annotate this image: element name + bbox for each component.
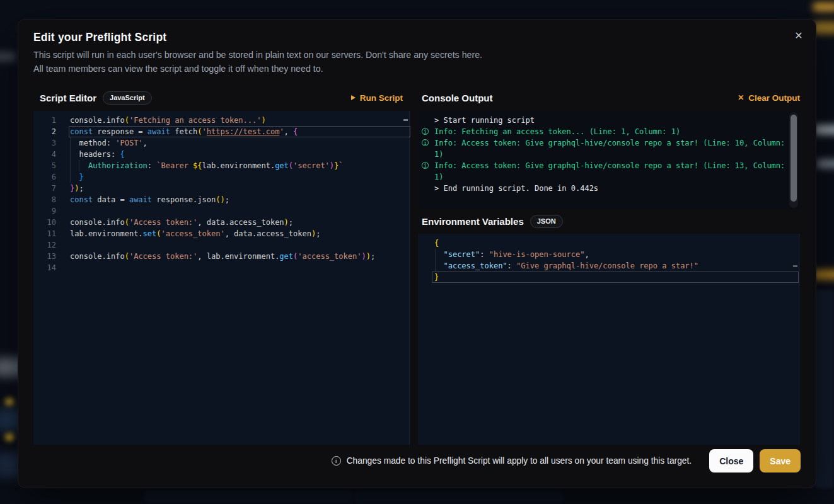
env-line[interactable]: "secret": "hive-is-open-source", bbox=[418, 249, 800, 260]
info-circle-icon: i bbox=[332, 456, 341, 466]
background-blur bbox=[814, 125, 834, 135]
clear-icon: ✕ bbox=[738, 94, 744, 101]
console-line: > End running script. Done in 0.442s bbox=[434, 183, 800, 194]
close-button[interactable]: Close bbox=[709, 449, 753, 472]
console-entries: > Start running scriptiInfo: Fetching an… bbox=[418, 115, 800, 194]
console-line: 1) bbox=[434, 171, 800, 183]
save-button[interactable]: Save bbox=[760, 449, 801, 472]
code-line[interactable]: 1console.info('Fetching an access token.… bbox=[33, 115, 410, 126]
console-output-title: Console Output bbox=[422, 93, 493, 103]
code-line[interactable]: 9 bbox=[33, 205, 410, 217]
console-line: > Start running script bbox=[434, 115, 800, 126]
play-icon bbox=[351, 95, 356, 100]
script-editor-lines: 1console.info('Fetching an access token.… bbox=[33, 115, 410, 273]
run-script-label: Run Script bbox=[360, 93, 403, 103]
script-editor[interactable]: 1console.info('Fetching an access token.… bbox=[33, 111, 410, 445]
env-line[interactable]: } bbox=[418, 272, 800, 283]
background-blur bbox=[816, 159, 834, 168]
info-circle-icon: i bbox=[422, 162, 429, 169]
script-editor-title: Script Editor bbox=[40, 93, 96, 103]
line-number: 11 bbox=[33, 228, 56, 239]
line-number: 9 bbox=[33, 205, 56, 217]
editor-edge bbox=[799, 234, 799, 445]
line-number: 3 bbox=[33, 137, 56, 149]
dialog-footer: i Changes made to this Preflight Script … bbox=[33, 449, 801, 472]
run-script-button[interactable]: Run Script bbox=[351, 93, 403, 103]
line-number: 6 bbox=[33, 171, 56, 183]
console-scrollbar[interactable] bbox=[789, 112, 798, 208]
env-vars-header: Environment Variables JSON bbox=[418, 214, 800, 229]
line-number: 7 bbox=[33, 183, 56, 194]
code-line[interactable]: 8const data = await response.json(); bbox=[33, 194, 410, 205]
info-circle-icon: i bbox=[422, 128, 429, 135]
page-title: Edit your Preflight Script bbox=[33, 31, 166, 44]
env-line[interactable]: "access_token": "Give graphql-hive/conso… bbox=[418, 260, 800, 272]
code-line[interactable]: 3 method: 'POST', bbox=[33, 137, 410, 149]
code-line[interactable]: 4 headers: { bbox=[33, 149, 410, 160]
description-line: This script will run in each user's brow… bbox=[33, 48, 482, 62]
code-line[interactable]: 10console.info('Access token:', data.acc… bbox=[33, 217, 410, 228]
clear-output-label: Clear Output bbox=[748, 93, 800, 103]
env-vars-title: Environment Variables bbox=[422, 216, 524, 227]
line-number: 4 bbox=[33, 149, 56, 160]
dialog-description: This script will run in each user's brow… bbox=[33, 48, 482, 76]
background-blur bbox=[145, 490, 353, 504]
clear-output-button[interactable]: ✕ Clear Output bbox=[738, 93, 800, 103]
line-number: 14 bbox=[33, 262, 56, 273]
background-blur bbox=[813, 3, 834, 11]
background-blur bbox=[5, 398, 14, 406]
console-line: Info: Access token: Give graphql-hive/co… bbox=[434, 160, 800, 171]
line-number: 2 bbox=[33, 126, 56, 137]
code-line[interactable]: 5 Authorization: `Bearer ${lab.environme… bbox=[33, 160, 410, 171]
editor-edge bbox=[409, 111, 410, 445]
close-icon[interactable]: ✕ bbox=[789, 26, 808, 45]
background-blur bbox=[0, 52, 16, 62]
console-header: Console Output ✕ Clear Output bbox=[418, 90, 800, 105]
console-line: 1) bbox=[434, 149, 800, 160]
line-number: 5 bbox=[33, 160, 56, 171]
console-entry: iInfo: Access token: Give graphql-hive/c… bbox=[418, 160, 800, 183]
background-blur bbox=[815, 290, 834, 488]
preflight-script-dialog: ✕ Edit your Preflight Script This script… bbox=[18, 19, 816, 488]
language-badge: JavaScript bbox=[103, 91, 152, 105]
env-vars-editor[interactable]: { "secret": "hive-is-open-source", "acce… bbox=[418, 234, 800, 445]
background-blur bbox=[354, 490, 562, 504]
line-number: 12 bbox=[33, 239, 56, 251]
info-circle-icon: i bbox=[422, 139, 429, 146]
code-line[interactable]: 2const response = await fetch('https://t… bbox=[33, 126, 410, 137]
line-number: 8 bbox=[33, 194, 56, 205]
console-entry: > Start running script bbox=[418, 115, 800, 126]
code-line[interactable]: 13console.info('Access token:', lab.envi… bbox=[33, 251, 410, 262]
footer-note-text: Changes made to this Preflight Script wi… bbox=[347, 456, 692, 466]
console-line: Info: Fetching an access token... (Line:… bbox=[434, 126, 800, 137]
code-line[interactable]: 6 } bbox=[33, 171, 410, 183]
console-output: > Start running scriptiInfo: Fetching an… bbox=[418, 111, 800, 209]
line-number: 1 bbox=[33, 115, 56, 126]
console-scrollbar-thumb[interactable] bbox=[791, 115, 797, 202]
background-blur bbox=[5, 433, 14, 441]
script-editor-header: Script Editor JavaScript Run Script bbox=[33, 90, 410, 105]
console-entry: > End running script. Done in 0.442s bbox=[418, 183, 800, 194]
json-badge: JSON bbox=[530, 215, 563, 228]
description-line: All team members can view the script and… bbox=[33, 62, 482, 76]
code-line[interactable]: 7}); bbox=[33, 183, 410, 194]
footer-note: i Changes made to this Preflight Script … bbox=[332, 456, 692, 466]
code-line[interactable]: 11lab.environment.set('access_token', da… bbox=[33, 228, 410, 239]
env-vars-lines: { "secret": "hive-is-open-source", "acce… bbox=[418, 238, 800, 283]
line-number: 13 bbox=[33, 251, 56, 262]
line-number: 10 bbox=[33, 217, 56, 228]
console-entry: iInfo: Fetching an access token... (Line… bbox=[418, 126, 800, 137]
console-line: Info: Access token: Give graphql-hive/co… bbox=[434, 137, 800, 149]
code-line[interactable]: 12 bbox=[33, 239, 410, 251]
overview-ruler-marker bbox=[403, 119, 408, 121]
overview-ruler-marker bbox=[793, 265, 797, 267]
console-entry: iInfo: Access token: Give graphql-hive/c… bbox=[418, 137, 800, 160]
env-line[interactable]: { bbox=[418, 238, 800, 249]
code-line[interactable]: 14 bbox=[33, 262, 410, 273]
